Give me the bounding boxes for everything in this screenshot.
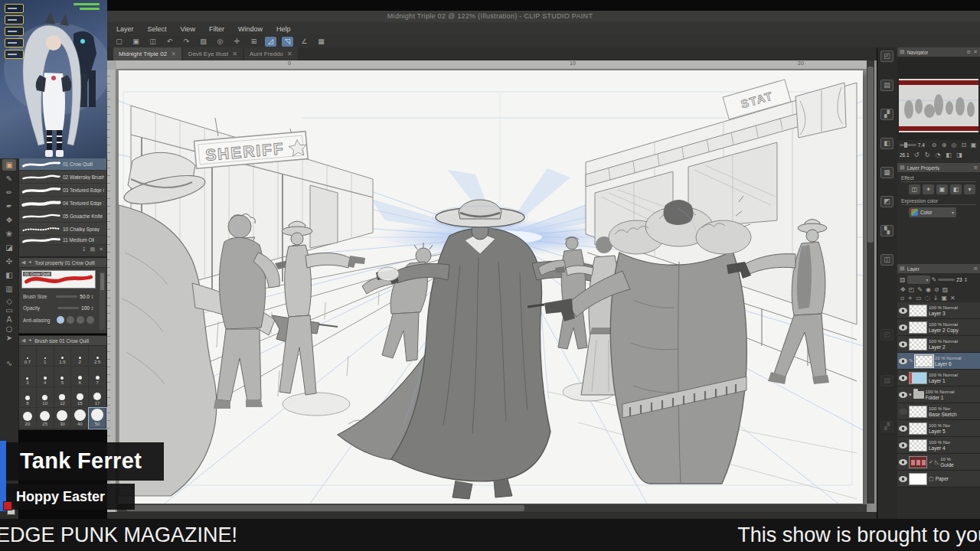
layer-row[interactable]: 100 % NorLayer 5: [897, 420, 980, 437]
menu-select[interactable]: Select: [148, 25, 167, 33]
new-subtool-icon[interactable]: ▤: [90, 246, 96, 253]
folder-expand-caret-icon[interactable]: ▾: [909, 392, 912, 398]
material-palette-icon[interactable]: ◫: [880, 254, 893, 266]
layer-row[interactable]: 100 % NormalLayer 2 Copy: [897, 319, 980, 336]
antialias-strong-button[interactable]: [87, 316, 94, 324]
open-file-icon[interactable]: ▣: [130, 37, 142, 47]
close-icon[interactable]: ✕: [973, 49, 978, 55]
effect-more-icon[interactable]: ▾: [964, 184, 975, 194]
menu-layer[interactable]: Layer: [116, 25, 134, 33]
menu-filter[interactable]: Filter: [209, 25, 224, 33]
material-palette-icon[interactable]: ◩: [880, 196, 893, 207]
doc-tab-3[interactable]: Aunt Freddo ✕: [244, 47, 298, 60]
navigator-preview[interactable]: [897, 57, 980, 140]
subtool-brush-row[interactable]: 11 Medium Oil: [19, 236, 106, 245]
visibility-eye-icon[interactable]: [899, 425, 907, 432]
brush-size-cell[interactable]: 7: [89, 367, 106, 387]
tool-property-scrollbar[interactable]: [100, 272, 105, 330]
material-palette-icon[interactable]: ▚: [880, 225, 893, 236]
visibility-eye-icon[interactable]: [899, 324, 907, 331]
brush-size-cell[interactable]: 30: [54, 408, 72, 429]
eraser-tool-icon[interactable]: ◪: [2, 242, 16, 253]
layer-row[interactable]: 100 % NormalLayer 1: [897, 370, 980, 386]
merge-down-icon[interactable]: ↓: [933, 295, 939, 302]
border-effect-icon[interactable]: ◫: [909, 184, 920, 194]
lock-transparent-icon[interactable]: ◰: [909, 286, 915, 293]
menu-window[interactable]: Window: [238, 25, 263, 33]
visibility-eye-icon[interactable]: [899, 341, 907, 347]
color-set-icon[interactable]: ∿: [2, 357, 16, 369]
brush-size-slider[interactable]: [56, 295, 77, 298]
layer-paper-row[interactable]: ▢ Paper: [897, 471, 980, 487]
fit-screen-icon[interactable]: ⊡: [959, 142, 968, 148]
deselect-icon[interactable]: ▧: [198, 37, 209, 47]
canvas-paper[interactable]: SHERIFF: [119, 70, 863, 504]
visibility-eye-icon[interactable]: [899, 375, 907, 381]
material-palette-icon[interactable]: ▞: [880, 421, 893, 432]
visibility-eye-icon[interactable]: [899, 442, 907, 448]
layer-opacity-slider[interactable]: [938, 279, 955, 281]
visibility-eye-icon[interactable]: [899, 459, 907, 465]
rotate-value[interactable]: 26.1: [900, 152, 910, 158]
subtool-brush-row[interactable]: 02 Watersky Brush: [19, 171, 106, 184]
brush-size-cell[interactable]: 4: [37, 367, 54, 387]
snap-ruler-icon[interactable]: ◿: [265, 37, 276, 47]
menu-icon[interactable]: ≡: [973, 266, 978, 272]
layer-row-selected[interactable]: ✎ 23 % NormalLayer 6: [897, 353, 980, 370]
material-palette-icon[interactable]: ▤: [880, 375, 893, 386]
layer-color-effect-icon[interactable]: ▣: [936, 184, 948, 194]
brush-size-cell[interactable]: 25: [37, 408, 54, 429]
layer-row[interactable]: 100 % NorBase Sketch: [897, 403, 980, 420]
new-layer-icon[interactable]: ▫: [900, 295, 904, 302]
zoom-in-icon[interactable]: ⊕: [940, 142, 949, 148]
new-folder-icon[interactable]: ▭: [916, 295, 922, 302]
brush-size-cell[interactable]: 5: [54, 367, 72, 387]
delete-subtool-icon[interactable]: ✕: [99, 246, 103, 253]
redo-icon[interactable]: ↷: [181, 37, 192, 47]
canvas-artwork[interactable]: SHERIFF: [119, 70, 863, 504]
expression-color-dropdown[interactable]: Color ▾: [909, 207, 956, 217]
menu-help[interactable]: Help: [276, 25, 291, 33]
zoom-value[interactable]: 7.4: [918, 142, 929, 148]
subtool-brush-row[interactable]: 01 Crow Quill: [19, 158, 106, 171]
stepper-icon[interactable]: ↕: [964, 277, 969, 283]
decoration-tool-icon[interactable]: ❀: [2, 228, 16, 240]
brush-size-cell[interactable]: 12: [54, 387, 72, 408]
subtool-brush-row[interactable]: 04 Textured Edge 160: [19, 197, 106, 210]
opacity-value[interactable]: 100: [81, 305, 90, 311]
material-palette-icon[interactable]: ▤: [880, 80, 893, 91]
close-icon[interactable]: ✕: [287, 51, 292, 57]
undo-icon[interactable]: ↶: [164, 37, 175, 47]
lock-layer-icon[interactable]: ✥: [900, 286, 906, 293]
visibility-eye-icon[interactable]: [899, 358, 907, 364]
extract-line-effect-icon[interactable]: ◧: [950, 184, 962, 194]
reference-layer-icon[interactable]: ◉: [926, 286, 931, 293]
antialias-weak-button[interactable]: [67, 316, 74, 324]
stepper-icon[interactable]: ↕: [90, 305, 94, 311]
stepper-icon[interactable]: ↕: [90, 294, 94, 299]
brush-size-cell[interactable]: 15: [71, 387, 89, 408]
layer-row[interactable]: 100 % NorLayer 4: [897, 437, 980, 454]
layer-opacity-value[interactable]: 23: [956, 277, 962, 282]
brush-tool-icon[interactable]: ✒: [2, 201, 16, 212]
delete-layer-icon[interactable]: ✕: [950, 295, 956, 302]
material-palette-icon[interactable]: ▞: [880, 109, 893, 120]
doc-tab-2[interactable]: Devil Eye Illust ✕: [183, 47, 243, 60]
menu-icon[interactable]: ≡: [973, 165, 978, 171]
visibility-eye-icon[interactable]: [899, 308, 907, 314]
brush-size-cell[interactable]: 0.7: [19, 346, 37, 367]
snap-grid-icon[interactable]: ∠: [299, 37, 310, 47]
draft-layer-icon[interactable]: ✎: [917, 286, 923, 293]
brush-size-cell[interactable]: 3: [19, 367, 37, 387]
new-mask-icon[interactable]: ◌: [925, 295, 930, 302]
menu-icon[interactable]: ≡: [966, 49, 971, 55]
visibility-eye-icon[interactable]: [899, 476, 907, 482]
layer-row[interactable]: 100 % NormalLayer 2: [897, 336, 980, 353]
grid-icon[interactable]: ⊞: [248, 37, 260, 47]
menu-view[interactable]: View: [181, 25, 195, 33]
material-palette-icon[interactable]: ◧: [880, 138, 893, 149]
brush-size-cell[interactable]: 20: [19, 408, 37, 429]
doc-tab-active[interactable]: Midnight Triple 02 ✕: [113, 47, 181, 60]
new-file-icon[interactable]: ▢: [113, 37, 125, 47]
brush-size-cell[interactable]: 2.5: [89, 346, 106, 367]
